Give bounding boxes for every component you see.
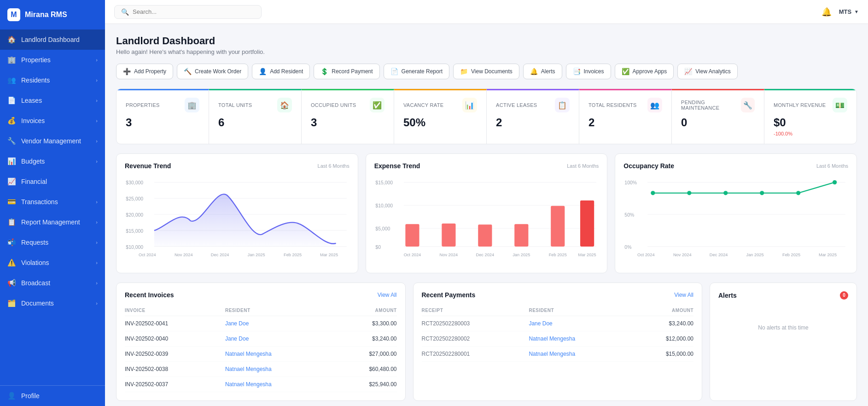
svg-text:Jan 2025: Jan 2025 xyxy=(248,253,265,257)
sidebar-item-requests[interactable]: 📬 Requests › xyxy=(0,232,105,253)
stat-vacancy-rate-value: 50% xyxy=(403,116,477,129)
invoices-action-label: Invoices xyxy=(584,68,604,75)
sidebar-item-residents[interactable]: 👥 Residents › xyxy=(0,70,105,90)
invoice-amount: $60,480.00 xyxy=(332,361,396,377)
sidebar-item-properties[interactable]: 🏢 Properties › xyxy=(0,50,105,70)
table-row: INV-202502-0040 Jane Doe $3,240.00 xyxy=(125,331,397,346)
page-header: Landlord Dashboard Hello again! Here's w… xyxy=(116,35,857,55)
stat-vacancy-rate: Vacancy Rate 📊 50% xyxy=(394,89,487,144)
view-documents-button[interactable]: 📁 View Documents xyxy=(453,64,519,79)
sidebar-item-broadcast[interactable]: 📢 Broadcast › xyxy=(0,273,105,293)
app-logo[interactable]: M Mirana RMS xyxy=(0,0,105,29)
invoices-action-icon: 📑 xyxy=(573,68,581,75)
create-work-order-button[interactable]: 🔨 Create Work Order xyxy=(177,64,248,79)
occupancy-chart-svg: 100% 50% 0% xyxy=(623,177,848,263)
sidebar-item-violations[interactable]: ⚠️ Violations › xyxy=(0,253,105,273)
svg-text:Oct 2024: Oct 2024 xyxy=(403,253,421,257)
app-name: Mirana RMS xyxy=(25,11,67,19)
add-property-label: Add Property xyxy=(134,68,166,75)
generate-report-icon: 📄 xyxy=(390,68,398,75)
stat-total-residents-value: 2 xyxy=(588,116,662,129)
svg-text:$25,000: $25,000 xyxy=(126,196,143,201)
page-subtitle: Hello again! Here's what's happening wit… xyxy=(116,48,857,55)
sidebar-item-financial[interactable]: 📈 Financial xyxy=(0,171,105,192)
add-property-button[interactable]: ➕ Add Property xyxy=(116,64,173,79)
approve-apps-icon: ✅ xyxy=(622,68,629,75)
occupancy-chart-period: Last 6 Months xyxy=(816,163,848,169)
topbar-right: 🔔 MTS ▼ xyxy=(821,7,859,17)
invoices-view-all[interactable]: View All xyxy=(378,292,397,298)
resident-name: Jane Doe xyxy=(225,316,332,331)
invoices-table: INVOICE RESIDENT AMOUNT INV-202502-0041 … xyxy=(125,305,397,392)
chevron-right-icon: › xyxy=(96,118,98,124)
invoices-button[interactable]: 📑 Invoices xyxy=(566,64,611,79)
svg-text:$10,000: $10,000 xyxy=(126,245,143,250)
alerts-label: Alerts xyxy=(541,68,555,75)
stat-active-leases-icon: 📋 xyxy=(555,98,570,112)
topbar: 🔍 🔔 MTS ▼ xyxy=(105,0,868,24)
broadcast-icon: 📢 xyxy=(7,279,16,287)
resident-col-header-payments: RESIDENT xyxy=(529,305,632,316)
sidebar-item-report[interactable]: 📋 Report Management › xyxy=(0,212,105,232)
svg-text:$5,000: $5,000 xyxy=(375,226,390,231)
sidebar-item-budgets[interactable]: 📊 Budgets › xyxy=(0,151,105,171)
table-row: RCT202502280002 Natnael Mengesha $12,000… xyxy=(422,331,694,346)
sidebar-label-dashboard: Landlord Dashboard xyxy=(21,36,80,43)
stat-maintenance-icon: 🔧 xyxy=(741,98,755,112)
view-analytics-button[interactable]: 📈 View Analytics xyxy=(677,64,737,79)
stat-pending-maintenance-label: Pending Maintenance xyxy=(681,100,741,111)
alerts-button[interactable]: 🔔 Alerts xyxy=(523,64,562,79)
svg-rect-24 xyxy=(405,224,419,247)
record-payment-label: Record Payment xyxy=(332,68,373,75)
view-analytics-label: View Analytics xyxy=(695,68,730,75)
notifications-bell-icon[interactable]: 🔔 xyxy=(821,7,832,17)
chevron-right-icon: › xyxy=(96,240,98,245)
payments-table-title: Recent Payments xyxy=(422,291,476,299)
svg-rect-28 xyxy=(551,206,565,247)
invoice-amount: $25,940.00 xyxy=(332,377,396,392)
sidebar-item-profile[interactable]: 👤 Profile xyxy=(0,386,105,406)
svg-text:Jan 2025: Jan 2025 xyxy=(513,253,530,257)
chevron-right-icon: › xyxy=(96,300,98,306)
add-resident-icon: 👤 xyxy=(259,68,267,75)
create-work-order-label: Create Work Order xyxy=(195,68,241,75)
invoice-amount: $3,300.00 xyxy=(332,316,396,331)
svg-text:50%: 50% xyxy=(625,212,635,218)
generate-report-button[interactable]: 📄 Generate Report xyxy=(384,64,449,79)
stat-total-units-value: 6 xyxy=(218,116,292,129)
stat-properties-value: 3 xyxy=(126,116,199,129)
leases-icon: 📄 xyxy=(7,96,16,105)
stat-active-leases-value: 2 xyxy=(496,116,570,129)
payments-view-all[interactable]: View All xyxy=(674,292,693,298)
payments-table: RECEIPT RESIDENT AMOUNT RCT202502280003 … xyxy=(422,305,694,362)
search-input[interactable] xyxy=(133,8,255,15)
sidebar-item-invoices[interactable]: 💰 Invoices › xyxy=(0,111,105,131)
sidebar: M Mirana RMS 🏠 Landlord Dashboard 🏢 Prop… xyxy=(0,0,105,406)
approve-apps-button[interactable]: ✅ Approve Apps xyxy=(615,64,674,79)
svg-rect-27 xyxy=(514,224,528,247)
chevron-right-icon: › xyxy=(96,199,98,205)
sidebar-item-dashboard[interactable]: 🏠 Landlord Dashboard xyxy=(0,29,105,50)
sidebar-label-residents: Residents xyxy=(21,76,50,84)
svg-text:Nov 2024: Nov 2024 xyxy=(673,253,692,257)
table-row: INV-202502-0039 Natnael Mengesha $27,000… xyxy=(125,346,397,361)
sidebar-item-documents[interactable]: 🗂️ Documents › xyxy=(0,293,105,313)
svg-text:100%: 100% xyxy=(625,180,637,185)
record-payment-button[interactable]: 💲 Record Payment xyxy=(314,64,379,79)
invoice-id: INV-202502-0038 xyxy=(125,361,225,377)
user-menu[interactable]: MTS ▼ xyxy=(839,8,859,15)
stat-total-residents-label: Total Residents xyxy=(588,102,637,108)
alerts-card-title: Alerts xyxy=(718,292,737,299)
logo-icon: M xyxy=(7,8,20,21)
invoice-id: INV-202502-0040 xyxy=(125,331,225,346)
resident-col-header: RESIDENT xyxy=(225,305,332,316)
sidebar-item-vendor[interactable]: 🔧 Vendor Management › xyxy=(0,131,105,151)
chevron-right-icon: › xyxy=(96,219,98,225)
svg-rect-25 xyxy=(442,224,455,247)
sidebar-item-transactions[interactable]: 💳 Transactions › xyxy=(0,192,105,212)
invoice-amount: $27,000.00 xyxy=(332,346,396,361)
expense-chart-period: Last 6 Months xyxy=(567,163,599,169)
add-resident-button[interactable]: 👤 Add Resident xyxy=(252,64,310,79)
sidebar-item-leases[interactable]: 📄 Leases › xyxy=(0,90,105,111)
search-box[interactable]: 🔍 xyxy=(114,5,262,19)
